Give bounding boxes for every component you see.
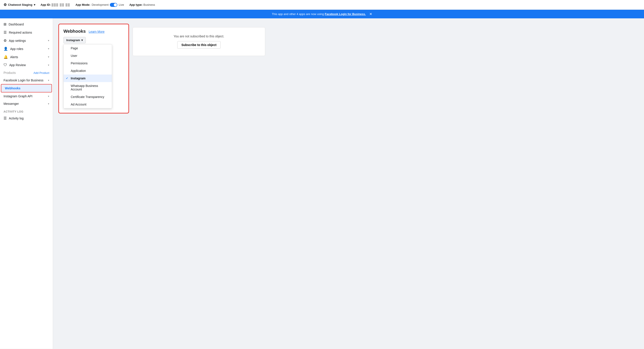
app-type: App type: Business xyxy=(129,3,155,7)
sidebar-item-activity-log[interactable]: ☰ Activity log xyxy=(0,114,53,122)
activity-log-icon: ☰ xyxy=(4,116,7,120)
layout: ⊞ Dashboard ☰ Required actions ⚙ App set… xyxy=(0,18,644,349)
app-id-label: App ID: ███ ██ ██ xyxy=(41,3,70,7)
chevron-down-icon: ▾ xyxy=(48,79,49,82)
app-settings-icon: ⚙ xyxy=(4,39,7,43)
dropdown-item-user[interactable]: User xyxy=(64,52,112,60)
sidebar-label-alerts: Alerts xyxy=(10,55,18,59)
banner-link[interactable]: Facebook Login for Business. xyxy=(325,13,366,16)
main-inner: Webhooks Learn More Instagram ▾ Page Use… xyxy=(58,24,639,114)
dropdown-item-whatsapp[interactable]: Whatsapp Business Account xyxy=(64,82,112,93)
webhooks-card: Webhooks Learn More Instagram ▾ Page Use… xyxy=(58,24,129,114)
app-roles-icon: 👤 xyxy=(4,47,8,51)
app-mode: App Mode: Development Live xyxy=(76,3,124,7)
chevron-down-icon: ▾ xyxy=(48,56,49,58)
banner-text: This app and other 4 apps are now using xyxy=(272,13,324,16)
webhooks-card-title: Webhooks Learn More xyxy=(64,29,124,34)
sidebar-item-webhooks[interactable]: Webhooks xyxy=(1,84,52,93)
activity-log-label: Activity log xyxy=(9,117,24,120)
chevron-down-icon: ▾ xyxy=(81,39,83,42)
chevron-down-icon: ▾ xyxy=(34,3,35,7)
sidebar-label-app-settings: App settings xyxy=(9,39,26,43)
mode-live-label: Live xyxy=(119,3,124,7)
subscribe-panel: You are not subscribed to this object. S… xyxy=(132,27,265,56)
activity-log-section: Activity log xyxy=(0,108,53,114)
notification-banner: This app and other 4 apps are now using … xyxy=(0,10,644,18)
add-product-button[interactable]: Add Product xyxy=(33,71,49,75)
main-content: Webhooks Learn More Instagram ▾ Page Use… xyxy=(53,18,644,349)
subscribe-message: You are not subscribed to this object. xyxy=(140,35,258,38)
gear-icon: ⚙ xyxy=(4,3,7,7)
dashboard-icon: ⊞ xyxy=(4,22,6,26)
sidebar-label-dashboard: Dashboard xyxy=(8,23,24,26)
dropdown-item-page[interactable]: Page xyxy=(64,45,112,52)
chevron-down-icon: ▾ xyxy=(48,39,49,42)
sidebar-item-alerts[interactable]: 🔔 Alerts ▾ xyxy=(0,53,53,61)
dropdown-label: Instagram xyxy=(66,39,80,42)
sidebar-item-app-roles[interactable]: 👤 App roles ▾ xyxy=(0,45,53,53)
dropdown-item-instagram[interactable]: Instagram xyxy=(64,75,112,82)
top-bar: ⚙ Chatwoot Staging ▾ App ID: ███ ██ ██ A… xyxy=(0,0,644,10)
sidebar-item-messenger[interactable]: Messenger ▾ xyxy=(0,100,53,108)
sidebar: ⊞ Dashboard ☰ Required actions ⚙ App set… xyxy=(0,18,53,349)
webhook-dropdown-menu: Page User Permissions Application Instag… xyxy=(64,44,112,108)
webhook-dropdown-trigger[interactable]: Instagram ▾ xyxy=(64,37,86,43)
sidebar-label-required-actions: Required actions xyxy=(9,31,32,34)
app-review-icon: 🛡 xyxy=(4,63,7,67)
mode-toggle[interactable] xyxy=(110,3,117,7)
chevron-down-icon: ▾ xyxy=(48,102,49,105)
learn-more-link[interactable]: Learn More xyxy=(88,30,104,33)
dropdown-item-ad-account[interactable]: Ad Account xyxy=(64,101,112,108)
app-selector[interactable]: ⚙ Chatwoot Staging ▾ xyxy=(4,3,35,7)
sidebar-item-app-settings[interactable]: ⚙ App settings ▾ xyxy=(0,37,53,45)
sidebar-item-instagram-graph[interactable]: Instagram Graph API ▾ xyxy=(0,93,53,100)
sidebar-item-dashboard[interactable]: ⊞ Dashboard xyxy=(0,20,53,28)
sidebar-item-required-actions[interactable]: ☰ Required actions xyxy=(0,28,53,37)
messenger-label: Messenger xyxy=(4,102,19,106)
chevron-down-icon: ▾ xyxy=(48,95,49,98)
chevron-down-icon: ▾ xyxy=(48,64,49,67)
right-panel: You are not subscribed to this object. S… xyxy=(132,24,639,56)
alerts-icon: 🔔 xyxy=(4,55,8,59)
sidebar-item-app-review[interactable]: 🛡 App Review ▾ xyxy=(0,61,53,69)
dropdown-item-certificate[interactable]: Certificate Transparency xyxy=(64,93,112,101)
facebook-login-label: Facebook Login for Business xyxy=(4,79,44,82)
sidebar-item-facebook-login[interactable]: Facebook Login for Business ▾ xyxy=(0,77,53,84)
required-actions-icon: ☰ xyxy=(4,30,7,35)
instagram-graph-label: Instagram Graph API xyxy=(4,94,32,98)
chevron-down-icon: ▾ xyxy=(48,47,49,50)
subscribe-button[interactable]: Subscribe to this object xyxy=(177,41,221,49)
dropdown-item-application[interactable]: Application xyxy=(64,67,112,75)
sidebar-label-app-roles: App roles xyxy=(10,47,23,51)
dropdown-item-permissions[interactable]: Permissions xyxy=(64,60,112,67)
sidebar-label-app-review: App Review xyxy=(9,63,26,67)
banner-close-button[interactable]: ✕ xyxy=(369,12,372,16)
app-name: Chatwoot Staging xyxy=(8,3,32,7)
webhooks-label: Webhooks xyxy=(5,87,20,90)
mode-dev-label: Development xyxy=(92,3,109,7)
products-label: Products xyxy=(4,71,16,75)
products-row: Products Add Product xyxy=(0,69,53,77)
